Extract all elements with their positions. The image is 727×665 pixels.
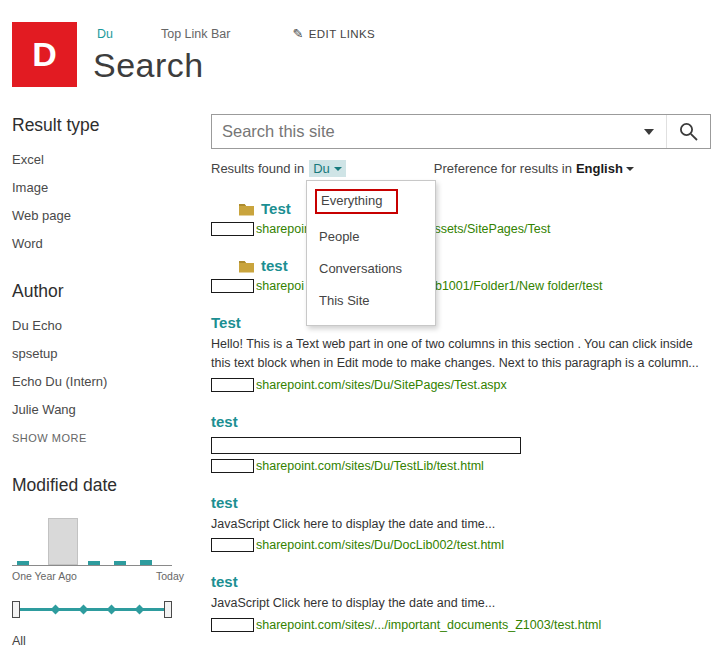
filter-item-image[interactable]: Image bbox=[12, 174, 202, 202]
result-title-link[interactable]: test bbox=[211, 413, 238, 430]
slider-dot bbox=[51, 605, 61, 615]
histogram-axis-labels: One Year Ago Today bbox=[12, 570, 184, 582]
result-url-text: sharepoint.com/sites/Du/TestLib/test.htm… bbox=[256, 459, 484, 473]
filter-item-du-echo[interactable]: Du Echo bbox=[12, 312, 202, 340]
results-found-label: Results found in bbox=[211, 161, 304, 176]
top-navigation: Du Top Link Bar ✎ EDIT LINKS bbox=[97, 26, 375, 41]
redacted-box bbox=[211, 538, 254, 552]
folder-icon bbox=[238, 202, 255, 216]
language-value: English bbox=[576, 161, 623, 176]
search-icon bbox=[678, 121, 699, 142]
modified-date-slider bbox=[12, 600, 172, 618]
results-area: Results found in Du Preference for resul… bbox=[211, 114, 712, 653]
histogram-bar-selected bbox=[48, 518, 78, 565]
redacted-box-wide bbox=[211, 437, 521, 454]
scope-menu-item-everything[interactable]: Everything bbox=[307, 185, 435, 221]
edit-links-label: EDIT LINKS bbox=[309, 28, 375, 40]
redacted-box bbox=[211, 618, 254, 632]
result-url: sharepoint ssets/SitePages/Test bbox=[211, 222, 712, 236]
language-selector[interactable]: English bbox=[576, 161, 634, 176]
modified-date-histogram bbox=[12, 514, 172, 566]
scope-menu-item-people[interactable]: People bbox=[307, 221, 435, 253]
scope-menu-item-label: Everything bbox=[321, 193, 382, 208]
preference-label: Preference for results in bbox=[434, 161, 572, 176]
result-url: sharepoint.com/sites/Du/SitePages/Test.a… bbox=[211, 378, 712, 392]
folder-icon bbox=[238, 259, 255, 273]
result-title-link[interactable]: test bbox=[211, 494, 238, 511]
slider-range-label: All bbox=[12, 634, 202, 648]
search-result: Test sharepoint ssets/SitePages/Test bbox=[211, 200, 712, 236]
scope-selector[interactable]: Du bbox=[309, 160, 346, 177]
search-result: test sharepoint.com/sites/Du/TestLib/tes… bbox=[211, 413, 712, 473]
scope-menu-item-conversations[interactable]: Conversations bbox=[307, 253, 435, 285]
filter-item-spsetup[interactable]: spsetup bbox=[12, 340, 202, 368]
histogram-bar bbox=[88, 561, 100, 565]
filter-item-excel[interactable]: Excel bbox=[12, 146, 202, 174]
slider-dot bbox=[107, 605, 117, 615]
search-scope-caret-button[interactable] bbox=[632, 115, 666, 148]
search-button[interactable] bbox=[666, 115, 710, 148]
scope-menu-item-this-site[interactable]: This Site bbox=[307, 285, 435, 317]
page-title: Search bbox=[93, 46, 204, 85]
search-input[interactable] bbox=[212, 115, 632, 148]
slider-dot bbox=[135, 605, 145, 615]
histogram-label-end: Today bbox=[156, 570, 184, 582]
result-snippet: JavaScript Click here to display the dat… bbox=[211, 515, 711, 534]
result-title-link[interactable]: test bbox=[261, 257, 288, 274]
filter-item-web-page[interactable]: Web page bbox=[12, 202, 202, 230]
result-url-text: sharepoint.com/sites/.../important_docum… bbox=[256, 618, 601, 632]
redacted-box bbox=[211, 222, 254, 236]
filter-group-modified-date: Modified date One Year Ago Today All bbox=[12, 475, 202, 648]
search-result: test JavaScript Click here to display th… bbox=[211, 573, 712, 632]
histogram-bar bbox=[114, 561, 126, 565]
result-title-link[interactable]: test bbox=[211, 573, 238, 590]
preference-block: Preference for results in English bbox=[434, 161, 634, 176]
slider-dot bbox=[79, 605, 89, 615]
search-result: test sharepoi b1001/Folder1/New folder/t… bbox=[211, 257, 712, 293]
result-snippet: Hello! This is a Text web part in one of… bbox=[211, 335, 711, 373]
top-link-bar-label: Top Link Bar bbox=[161, 27, 230, 41]
filter-item-julie-wang[interactable]: Julie Wang bbox=[12, 396, 202, 424]
chevron-down-icon bbox=[644, 129, 654, 135]
filter-group-result-type: Result type Excel Image Web page Word bbox=[12, 115, 202, 258]
search-result: test JavaScript Click here to display th… bbox=[211, 494, 712, 553]
search-results-list: Test sharepoint ssets/SitePages/Test tes… bbox=[211, 200, 712, 632]
result-url-text: sharepoi bbox=[256, 279, 304, 293]
filter-title-author: Author bbox=[12, 281, 202, 302]
edit-links-button[interactable]: ✎ EDIT LINKS bbox=[292, 26, 375, 41]
result-url-text: sharepoint.com/sites/Du/DocLib002/test.h… bbox=[256, 538, 504, 552]
result-url: sharepoint.com/sites/Du/TestLib/test.htm… bbox=[211, 459, 712, 473]
redacted-box bbox=[211, 279, 254, 293]
scope-dropdown-menu: Everything People Conversations This Sit… bbox=[306, 180, 436, 326]
result-url: sharepoi b1001/Folder1/New folder/test bbox=[211, 279, 712, 293]
slider-handle-left[interactable] bbox=[12, 601, 20, 618]
site-logo[interactable]: D bbox=[12, 22, 77, 87]
result-url-text: sharepoint.com/sites/Du/SitePages/Test.a… bbox=[256, 378, 507, 392]
result-url-text: b1001/Folder1/New folder/test bbox=[435, 279, 602, 293]
result-snippet: JavaScript Click here to display the dat… bbox=[211, 594, 711, 613]
filter-item-word[interactable]: Word bbox=[12, 230, 202, 258]
result-url-text: ssets/SitePages/Test bbox=[434, 222, 550, 236]
chevron-down-icon bbox=[626, 167, 634, 171]
slider-track bbox=[14, 608, 170, 611]
result-url: sharepoint.com/sites/.../important_docum… bbox=[211, 618, 712, 632]
result-url: sharepoint.com/sites/Du/DocLib002/test.h… bbox=[211, 538, 712, 552]
histogram-label-start: One Year Ago bbox=[12, 570, 77, 582]
result-title-link[interactable]: Test bbox=[261, 200, 291, 217]
redacted-box bbox=[211, 459, 254, 473]
show-more-button[interactable]: SHOW MORE bbox=[12, 432, 202, 444]
filter-group-author: Author Du Echo spsetup Echo Du (Intern) … bbox=[12, 281, 202, 444]
filter-title-result-type: Result type bbox=[12, 115, 202, 136]
highlight-annotation: Everything bbox=[315, 189, 398, 214]
redacted-box bbox=[211, 378, 254, 392]
histogram-bar bbox=[17, 561, 29, 565]
filter-item-echo-du[interactable]: Echo Du (Intern) bbox=[12, 368, 202, 396]
pencil-icon: ✎ bbox=[292, 26, 303, 41]
nav-link-du[interactable]: Du bbox=[97, 27, 113, 41]
histogram-bar bbox=[140, 560, 152, 565]
search-box bbox=[211, 114, 711, 149]
chevron-down-icon bbox=[334, 167, 342, 171]
result-title-link[interactable]: Test bbox=[211, 314, 241, 331]
search-result: Test Hello! This is a Text web part in o… bbox=[211, 314, 712, 392]
slider-handle-right[interactable] bbox=[164, 601, 172, 618]
